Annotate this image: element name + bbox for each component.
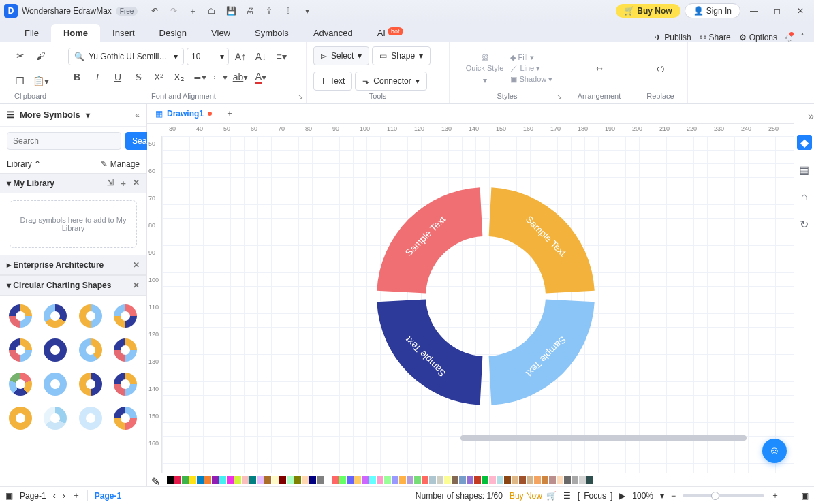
color-swatch[interactable] [309,476,316,484]
library-dropzone[interactable]: Drag symbols here to add to My Library [10,200,137,248]
layers-icon[interactable]: ☰ [563,491,571,501]
font-color-icon[interactable]: A▾ [252,68,270,86]
color-swatch[interactable] [279,476,286,484]
color-swatch[interactable] [534,476,541,484]
fit-page-icon[interactable]: ⛶ [786,491,794,501]
text-tool-button[interactable]: T Text [313,72,352,91]
quick-style-button[interactable]: ▧ Quick Style▾ [462,49,508,87]
line-button[interactable]: ／ Line ▾ [510,63,552,74]
add-library-icon[interactable]: ＋ [119,178,127,189]
color-swatch[interactable] [407,476,413,484]
donut-chart-shape[interactable]: Sample TextSample TextSample TextSample … [373,184,598,409]
color-swatch[interactable] [497,476,503,484]
subscript-icon[interactable]: X₂ [170,68,188,86]
color-swatch[interactable] [452,476,458,484]
assistant-bubble[interactable]: ☺ [762,439,787,463]
shape-thumb[interactable] [110,335,140,365]
zoom-out-button[interactable]: − [671,491,676,501]
page-tab[interactable]: Page-1 [20,491,46,501]
buy-now-button[interactable]: 🛒 Buy Now [616,4,680,18]
color-swatch[interactable] [212,476,219,484]
section-circular-charting[interactable]: ▾ Circular Charting Shapes ✕ [0,275,146,296]
color-swatch[interactable] [219,476,226,484]
export-icon[interactable]: ⇪ [262,3,277,18]
scrollbar-thumb[interactable] [460,435,747,441]
color-swatch[interactable] [579,476,586,484]
qat-more-icon[interactable]: ▾ [300,3,315,18]
format-panel-icon[interactable]: ◆ [797,135,812,150]
color-swatch[interactable] [377,476,383,484]
tab-ai[interactable]: AIhot [365,24,416,42]
page-footer-tab[interactable]: Page-1 [95,491,121,501]
shape-thumb[interactable] [76,335,106,365]
color-swatch[interactable] [369,476,376,484]
arrangement-button[interactable]: ⇿ [592,61,607,76]
shape-thumb[interactable] [76,301,106,331]
zoom-slider[interactable] [683,494,764,497]
maximize-button[interactable]: ◻ [768,3,787,18]
color-swatch[interactable] [467,476,473,484]
donut-segment[interactable] [489,300,595,405]
shape-thumb[interactable] [110,301,140,331]
open-icon[interactable]: 🗀 [204,3,219,18]
section-my-library[interactable]: ▾ My Library ⇲ ＋ ✕ [0,173,146,193]
minimize-button[interactable]: — [745,3,764,18]
section-enterprise-architecture[interactable]: ▸ Enterprise Architecture ✕ [0,255,146,275]
color-swatch[interactable] [414,476,421,484]
color-swatch[interactable] [347,476,354,484]
color-swatch[interactable] [392,476,398,484]
color-swatch[interactable] [444,476,451,484]
fullscreen-icon[interactable]: ▣ [801,491,809,501]
tab-design[interactable]: Design [147,24,199,42]
color-swatch[interactable] [227,476,234,484]
publish-button[interactable]: ✈Publish [655,33,691,42]
shape-thumb[interactable] [110,403,140,433]
color-swatch[interactable] [482,476,488,484]
doc-tab-drawing1[interactable]: ▦ Drawing1 [147,104,220,123]
color-swatch[interactable] [474,476,481,484]
promo-link[interactable]: Buy Now 🛒 [510,491,557,501]
format-painter-icon[interactable]: 🖌 [32,47,50,65]
print-icon[interactable]: 🖨 [242,3,257,18]
superscript-icon[interactable]: X² [150,68,168,86]
shape-tool-button[interactable]: ▭ Shape ▾ [372,46,431,65]
color-swatch[interactable] [264,476,271,484]
shape-thumb[interactable] [110,369,140,399]
color-swatch[interactable] [294,476,301,484]
zoom-value[interactable]: 100% [632,491,653,501]
color-swatch[interactable] [519,476,526,484]
color-swatch[interactable] [429,476,436,484]
sign-in-button[interactable]: 👤 Sign In [685,3,740,18]
donut-segment[interactable] [377,187,482,293]
font-size-select[interactable]: 10 ▾ [187,48,229,65]
paste-icon[interactable]: 📋▾ [32,72,50,90]
tab-advanced[interactable]: Advanced [301,24,365,42]
strikethrough-icon[interactable]: S̶ [129,68,147,86]
color-swatch[interactable] [234,476,241,484]
add-page-button[interactable]: ＋ [72,490,80,501]
connector-tool-button[interactable]: ⬎ Connector ▾ [355,72,426,91]
italic-icon[interactable]: I [89,68,106,86]
tab-insert[interactable]: Insert [100,24,147,42]
shape-thumb[interactable] [40,403,70,433]
tab-symbols[interactable]: Symbols [242,24,301,42]
underline-icon[interactable]: U [109,68,127,86]
shape-thumb[interactable] [76,403,106,433]
color-swatch[interactable] [362,476,369,484]
collapse-ribbon-button[interactable]: ˄ [800,33,804,42]
redo-icon[interactable]: ↷ [166,3,181,18]
color-swatch[interactable] [384,476,391,484]
export-library-icon[interactable]: ⇲ [107,178,114,189]
color-swatch[interactable] [174,476,181,484]
prev-page-button[interactable]: ‹ [53,491,56,501]
fill-button[interactable]: ◆ Fill ▾ [510,53,552,62]
color-swatch[interactable] [549,476,556,484]
color-swatch[interactable] [527,476,533,484]
shape-thumb[interactable] [5,369,35,399]
zoom-knob[interactable] [711,492,719,500]
color-swatch[interactable] [557,476,563,484]
line-spacing-icon[interactable]: ≣▾ [191,68,208,86]
bold-icon[interactable]: B [68,68,86,86]
color-swatch[interactable] [257,476,264,484]
increase-font-icon[interactable]: A↑ [232,48,249,65]
